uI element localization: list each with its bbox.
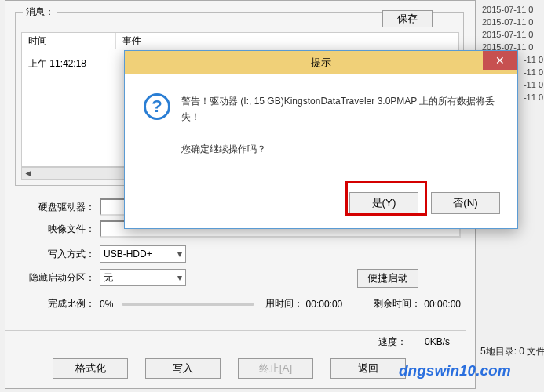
dialog-text: 警告！驱动器 (I:, 15 GB)KingstonDataTraveler 3… [181, 93, 498, 158]
no-button[interactable]: 否(N) [431, 192, 500, 214]
question-icon: ? [144, 93, 170, 120]
save-button[interactable]: 保存 [382, 10, 433, 27]
dir-count: 5地目录: 0 文件, [480, 345, 544, 358]
speed-value: 0KB/s [425, 336, 450, 347]
close-icon: ✕ [495, 54, 505, 67]
remain-label: 剩余时间： [374, 297, 421, 310]
side-log-line: 2015-07-11 0 [482, 16, 543, 28]
hide-part-select[interactable]: 无 [100, 269, 186, 286]
dialog-line1: 警告！驱动器 (I:, 15 GB)KingstonDataTraveler 3… [181, 93, 498, 125]
col-time-header: 时间 [22, 33, 116, 49]
remain-time: 00:00:00 [424, 299, 461, 310]
side-log-line: 2015-07-11 0 [482, 3, 543, 16]
write-button[interactable]: 写入 [145, 358, 221, 379]
yes-button[interactable]: 是(Y) [349, 192, 418, 214]
dialog-title: 提示 [311, 56, 331, 70]
side-log-line: 2015-07-11 0 [482, 28, 543, 41]
drive-label: 硬盘驱动器： [21, 201, 95, 214]
log-headers: 时间 事件 [21, 32, 459, 49]
speed-row: 速度： 0KB/s [5, 330, 466, 346]
stop-button: 终止[A] [238, 358, 313, 379]
dialog-line2: 您确定继续操作吗？ [181, 141, 498, 157]
write-mode-select[interactable]: USB-HDD+ [100, 245, 186, 263]
dialog-titlebar: 提示 ✕ [125, 51, 517, 74]
button-row: 格式化 写入 终止[A] 返回 [53, 358, 461, 379]
quick-boot-button[interactable]: 便捷启动 [357, 269, 418, 288]
write-mode-label: 写入方式： [21, 248, 95, 261]
hide-row: 隐藏启动分区： 无 [21, 269, 202, 286]
write-row: 写入方式： USB-HDD+ [21, 245, 202, 263]
write-mode-value: USB-HDD+ [104, 249, 152, 260]
prompt-dialog: 提示 ✕ ? 警告！驱动器 (I:, 15 GB)KingstonDataTra… [124, 50, 518, 229]
progress-bar [122, 303, 254, 306]
col-event-header: 事件 [116, 33, 148, 49]
done-label: 完成比例： [21, 297, 95, 310]
image-label: 映像文件： [21, 223, 95, 236]
scroll-left-icon[interactable]: ◄ [22, 168, 35, 179]
hide-part-label: 隐藏启动分区： [21, 271, 95, 285]
progress-row: 完成比例： 0% 用时间： 00:00:00 剩余时间： 00:00:00 [21, 297, 461, 310]
dialog-buttons: 是(Y) 否(N) [349, 192, 500, 214]
done-pct: 0% [100, 299, 115, 310]
dialog-body: ? 警告！驱动器 (I:, 15 GB)KingstonDataTraveler… [125, 74, 517, 158]
format-button[interactable]: 格式化 [53, 358, 128, 379]
used-label: 用时间： [265, 297, 303, 310]
hide-part-value: 无 [104, 271, 113, 285]
back-button[interactable]: 返回 [330, 358, 406, 379]
used-time: 00:00:00 [306, 299, 343, 310]
dialog-close-button[interactable]: ✕ [483, 51, 517, 70]
speed-label: 速度： [378, 336, 407, 347]
message-legend: 消息： [23, 5, 57, 19]
